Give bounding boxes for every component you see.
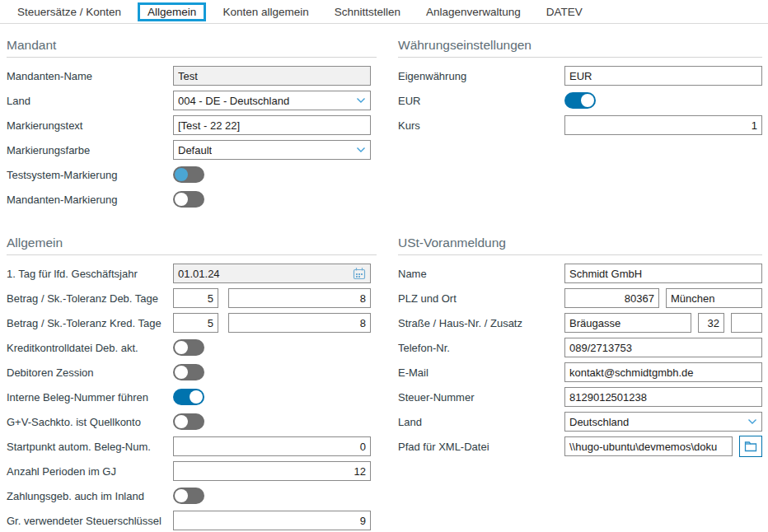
toggle-knob	[175, 341, 188, 354]
toleranz-kred-tage-input[interactable]	[228, 313, 371, 333]
plz-input[interactable]	[564, 288, 659, 308]
section-waehrung: Währungseinstellungen Eigenwährung EUR K…	[398, 38, 762, 236]
ust-land-dropdown[interactable]: Deutschland	[564, 412, 762, 432]
chevron-down-icon	[747, 418, 757, 425]
email-input[interactable]	[564, 362, 762, 382]
kreditkontrolldatei-label: Kreditkontrolldatei Deb. akt.	[7, 342, 173, 354]
toleranz-kred-label: Betrag / Sk.-Toleranz Kred. Tage	[7, 317, 173, 329]
eur-toggle[interactable]	[564, 92, 596, 109]
zahlungsgeb-toggle[interactable]	[173, 488, 204, 504]
mandanten-name-input[interactable]	[173, 66, 371, 86]
toleranz-deb-tage-input[interactable]	[228, 288, 371, 308]
mandanten-name-label: Mandanten-Name	[7, 70, 173, 82]
tab-allgemein[interactable]: Allgemein	[138, 2, 206, 21]
tab-bar: Steuersätze / Konten Allgemein Konten al…	[0, 0, 768, 24]
startpunkt-label: Startpunkt autom. Beleg-Num.	[7, 441, 173, 453]
section-title-ust: USt-Voranmeldung	[398, 236, 762, 255]
section-ust: USt-Voranmeldung Name PLZ und Ort Straße…	[398, 236, 762, 459]
settings-content: Mandant Mandanten-Name Land 004 - DE - D…	[0, 24, 768, 532]
row-markierungstext: Markierungstext	[7, 113, 377, 138]
gv-sachkonto-label: G+V-Sachkto. ist Quellkonto	[7, 416, 173, 428]
tab-konten-allgemein[interactable]: Konten allgemein	[213, 3, 317, 21]
row-zahlungsgeb: Zahlungsgeb. auch im Inland	[7, 483, 377, 508]
gv-sachkonto-toggle[interactable]	[173, 413, 204, 430]
row-startpunkt: Startpunkt autom. Beleg-Num.	[7, 434, 377, 459]
xml-pfad-label: Pfad für XML-Datei	[398, 441, 564, 453]
hausnr-input[interactable]	[698, 313, 724, 333]
eigenwaehrung-input[interactable]	[564, 66, 762, 86]
land-dropdown[interactable]: 004 - DE - Deutschland	[173, 91, 371, 110]
row-strasse: Straße / Haus-Nr. / Zusatz	[398, 310, 762, 335]
section-allgemein: Allgemein 1. Tag für lfd. Geschäftsjahr …	[7, 236, 377, 532]
row-interne-belegnummer: Interne Beleg-Nummer führen	[7, 385, 377, 409]
perioden-input[interactable]	[173, 461, 371, 481]
toleranz-deb-label: Betrag / Sk.-Toleranz Deb. Tage	[7, 292, 173, 305]
tab-datev[interactable]: DATEV	[537, 3, 592, 21]
testsystem-markierung-toggle[interactable]	[173, 166, 204, 183]
calendar-icon[interactable]	[353, 267, 366, 280]
zahlungsgeb-label: Zahlungsgeb. auch im Inland	[7, 490, 173, 502]
ust-name-label: Name	[398, 268, 564, 280]
toggle-knob	[581, 94, 594, 107]
tab-steuersaetze-konten[interactable]: Steuersätze / Konten	[8, 3, 130, 21]
land-dropdown-value: 004 - DE - Deutschland	[178, 95, 289, 107]
toggle-knob	[175, 366, 188, 379]
row-testsystem-markierung: Testsystem-Markierung	[7, 162, 377, 187]
steuernummer-input[interactable]	[564, 387, 762, 407]
row-email: E-Mail	[398, 360, 762, 385]
row-perioden: Anzahl Perioden im GJ	[7, 459, 377, 483]
row-markierungsfarbe: Markierungsfarbe Default	[7, 138, 377, 162]
row-kreditkontrolldatei: Kreditkontrolldatei Deb. akt.	[7, 335, 377, 360]
geschaeftsjahr-date-field[interactable]: 01.01.24	[173, 264, 371, 283]
toggle-knob	[175, 168, 188, 181]
toleranz-kred-fields	[173, 313, 371, 333]
geschaeftsjahr-label: 1. Tag für lfd. Geschäftsjahr	[7, 268, 173, 280]
toleranz-kred-betrag-input[interactable]	[173, 313, 218, 333]
section-title-mandant: Mandant	[7, 38, 377, 58]
kurs-label: Kurs	[398, 119, 564, 132]
zusatz-input[interactable]	[731, 313, 762, 333]
toggle-knob	[175, 489, 188, 502]
row-steuerschluessel: Gr. verwendeter Steuerschlüssel	[7, 508, 377, 532]
debitoren-zession-toggle[interactable]	[173, 364, 204, 380]
ust-land-dropdown-value: Deutschland	[569, 416, 629, 428]
kurs-input[interactable]	[564, 115, 762, 135]
row-ust-land: Land Deutschland	[398, 409, 762, 434]
row-eur: EUR	[398, 88, 762, 113]
row-gv-sachkonto: G+V-Sachkto. ist Quellkonto	[7, 409, 377, 434]
startpunkt-input[interactable]	[173, 436, 371, 456]
row-geschaeftsjahr: 1. Tag für lfd. Geschäftsjahr 01.01.24	[7, 261, 377, 286]
ust-name-input[interactable]	[564, 264, 762, 283]
chevron-down-icon	[356, 147, 366, 153]
telefon-input[interactable]	[564, 338, 762, 357]
kreditkontrolldatei-toggle[interactable]	[173, 339, 204, 356]
steuernummer-label: Steuer-Nummer	[398, 391, 564, 404]
xml-pfad-fields	[564, 436, 762, 457]
strasse-input[interactable]	[564, 313, 691, 333]
steuerschluessel-input[interactable]	[173, 511, 371, 530]
row-toleranz-kred: Betrag / Sk.-Toleranz Kred. Tage	[7, 310, 377, 335]
geschaeftsjahr-value: 01.01.24	[178, 268, 220, 280]
interne-belegnummer-toggle[interactable]	[173, 389, 204, 405]
markierungsfarbe-dropdown-value: Default	[178, 144, 212, 156]
browse-folder-button[interactable]	[739, 436, 762, 457]
xml-pfad-input[interactable]	[564, 436, 733, 456]
eur-label: EUR	[398, 95, 564, 107]
plz-ort-fields	[564, 288, 762, 308]
markierungsfarbe-dropdown[interactable]: Default	[173, 140, 371, 160]
strasse-fields	[564, 313, 762, 333]
toleranz-deb-betrag-input[interactable]	[173, 288, 218, 308]
mandanten-markierung-label: Mandanten-Markierung	[7, 194, 173, 206]
mandanten-markierung-toggle[interactable]	[173, 191, 204, 208]
markierungstext-input[interactable]	[173, 115, 371, 135]
steuerschluessel-label: Gr. verwendeter Steuerschlüssel	[7, 515, 173, 527]
tab-anlagenverwaltung[interactable]: Anlagenverwaltung	[417, 3, 530, 21]
ort-input[interactable]	[666, 288, 762, 308]
row-plz-ort: PLZ und Ort	[398, 286, 762, 310]
interne-belegnummer-label: Interne Beleg-Nummer führen	[7, 391, 173, 404]
strasse-label: Straße / Haus-Nr. / Zusatz	[398, 317, 564, 329]
land-label: Land	[7, 95, 173, 107]
row-telefon: Telefon-Nr.	[398, 335, 762, 360]
tab-schnittstellen[interactable]: Schnittstellen	[325, 3, 410, 21]
row-kurs: Kurs	[398, 113, 762, 138]
